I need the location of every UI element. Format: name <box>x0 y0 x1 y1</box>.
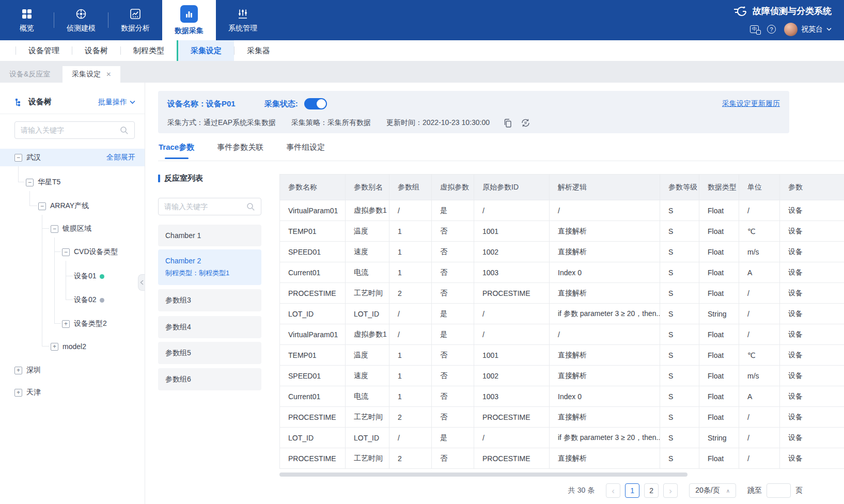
subnav-item-device-management[interactable]: 设备管理 <box>16 40 72 61</box>
table-cell: / <box>474 428 550 448</box>
chamber-item-2[interactable]: Chamber 2 制程类型：制程类型1 <box>158 249 261 285</box>
nav-item-analysis[interactable]: 数据分析 <box>108 0 162 40</box>
table-cell: VirtualParam01 <box>280 200 346 221</box>
parameter-table-wrap: 参数名称参数别名参数组虚拟参数原始参数ID解析逻辑参数等级数据类型单位参数 Vi… <box>279 174 844 469</box>
tab-collection-setting[interactable]: 采集设定 ✕ <box>62 66 120 83</box>
table-cell: Float <box>699 283 739 304</box>
nav-item-overview[interactable]: 概览 <box>0 0 54 40</box>
copy-icon[interactable] <box>503 118 512 128</box>
nav-item-label: 系统管理 <box>228 24 257 33</box>
tree-item-tianjin[interactable]: + 天津 <box>0 384 145 401</box>
prev-page-button[interactable]: ‹ <box>606 483 620 498</box>
table-cell: m/s <box>739 366 780 386</box>
history-link[interactable]: 采集设定更新履历 <box>722 99 780 108</box>
device-info-panel: 设备名称： 设备P01 采集状态: 采集设定更新履历 采集方式：通过EAP系统采… <box>158 91 789 133</box>
table-cell: / <box>550 200 660 221</box>
batch-action-dropdown[interactable]: 批量操作 <box>98 98 135 107</box>
chamber-item-1[interactable]: Chamber 1 <box>158 225 261 246</box>
chamber-item-6[interactable]: 参数组6 <box>158 368 261 390</box>
chart-icon <box>129 8 142 20</box>
subnav-item-collection-setting[interactable]: 采集设定 <box>177 40 234 61</box>
table-cell: if 参数 parameter 3 ≥ 20，then... <box>550 304 660 324</box>
table-cell: LOT_ID <box>346 304 389 324</box>
table-cell: 否 <box>432 366 474 386</box>
expand-icon[interactable]: + <box>14 389 22 397</box>
main-area: 设备名称： 设备P01 采集状态: 采集设定更新履历 采集方式：通过EAP系统采… <box>145 83 844 504</box>
nav-item-system[interactable]: 系统管理 <box>216 0 270 40</box>
tree-item-coating-area[interactable]: − 镀膜区域 <box>0 220 145 238</box>
column-header: 解析逻辑 <box>550 175 660 200</box>
collection-method: 采集方式：通过EAP系统采集数据 <box>167 118 276 128</box>
tree-item-array-line[interactable]: − ARRAY产线 <box>0 197 145 215</box>
expand-all-link[interactable]: 全部展开 <box>106 153 145 162</box>
table-cell: 是 <box>432 304 474 324</box>
page-button-2[interactable]: 2 <box>644 483 659 498</box>
close-icon[interactable]: ✕ <box>106 71 111 78</box>
nav-item-modeling[interactable]: 侦测建模 <box>54 0 108 40</box>
tab-device-chamber[interactable]: 设备&反应室 <box>0 66 59 83</box>
table-cell: / <box>739 324 780 345</box>
column-header: 参数别名 <box>346 175 389 200</box>
page-size-select[interactable]: 20条/页 ∧ <box>689 483 736 498</box>
table-cell: Float <box>699 366 739 386</box>
tree-item-cvd-type[interactable]: − CVD设备类型 <box>0 243 145 261</box>
tree-item-label: 设备01 <box>74 272 97 281</box>
tree-item-device01[interactable]: 设备01 <box>0 267 145 285</box>
column-header: 参数组 <box>389 175 432 200</box>
page-jump-input[interactable] <box>767 483 791 498</box>
horizontal-scrollbar[interactable] <box>279 472 687 477</box>
collapse-icon[interactable]: − <box>26 179 34 186</box>
table-cell: Current01 <box>280 386 346 407</box>
collapse-icon[interactable]: − <box>14 154 22 162</box>
sync-icon[interactable] <box>520 118 531 128</box>
table-cell: PROCESTIME <box>280 448 346 469</box>
sidebar-search-input[interactable] <box>21 126 120 134</box>
brand: 故障侦测与分类系统 <box>733 5 832 18</box>
table-cell: 设备 <box>780 304 844 324</box>
chamber-item-4[interactable]: 参数组4 <box>158 316 261 338</box>
tree-item-model2[interactable]: + model2 <box>0 338 145 355</box>
chamber-item-5[interactable]: 参数组5 <box>158 342 261 364</box>
nav-item-label: 数据采集 <box>175 26 204 36</box>
tree-item-device02[interactable]: 设备02 <box>0 291 145 309</box>
table-cell: 设备 <box>780 428 844 448</box>
table-cell: ℃ <box>739 345 780 366</box>
expand-icon[interactable]: + <box>14 367 22 374</box>
nav-item-data-collection[interactable]: 数据采集 <box>162 0 216 40</box>
language-icon[interactable]: 中 <box>750 25 759 33</box>
tree-item-shenzhen[interactable]: + 深圳 <box>0 361 145 379</box>
chamber-search-input[interactable] <box>164 202 246 211</box>
collapse-icon[interactable]: − <box>51 225 58 233</box>
chamber-item-3[interactable]: 参数组3 <box>158 289 261 311</box>
tab-trace-params[interactable]: Trace参数 <box>159 143 194 159</box>
expand-icon[interactable]: + <box>62 320 70 328</box>
subnav-item-device-tree[interactable]: 设备树 <box>72 40 120 61</box>
page-size-value: 20条/页 <box>695 486 720 495</box>
tab-event-group[interactable]: 事件组设定 <box>286 143 325 159</box>
user-menu[interactable]: 祝英台 <box>784 23 832 36</box>
table-cell: Float <box>699 324 739 345</box>
table-cell: / <box>739 283 780 304</box>
table-cell: Index 0 <box>550 386 660 407</box>
table-cell: S <box>660 304 699 324</box>
collapse-icon[interactable]: − <box>38 202 46 210</box>
table-cell: 否 <box>432 262 474 283</box>
help-icon[interactable]: ? <box>767 25 776 34</box>
table-cell: 1 <box>389 262 432 283</box>
next-page-button[interactable]: › <box>663 483 678 498</box>
tree-item-device-type2[interactable]: + 设备类型2 <box>0 315 145 333</box>
expand-icon[interactable]: + <box>51 343 58 351</box>
tree-item-wuhan[interactable]: − 武汉 全部展开 <box>0 149 145 166</box>
page-button-1[interactable]: 1 <box>625 483 639 498</box>
subnav-item-process-type[interactable]: 制程类型 <box>121 40 177 61</box>
subnav-item-collector[interactable]: 采集器 <box>235 40 283 61</box>
table-row: VirtualParam01虚拟参数1/是//SFloat/设备 <box>280 324 844 345</box>
collection-status-toggle[interactable] <box>304 98 327 109</box>
tree-item-huaxing-t5[interactable]: − 华星T5 <box>0 174 145 191</box>
sidebar-collapse-handle[interactable] <box>138 274 145 291</box>
tab-event-param-link[interactable]: 事件参数关联 <box>217 143 263 159</box>
collapse-icon[interactable]: − <box>62 248 70 256</box>
table-cell: 是 <box>432 324 474 345</box>
table-cell: 直接解析 <box>550 221 660 242</box>
chamber-list-title: 反应室列表 <box>158 174 203 183</box>
